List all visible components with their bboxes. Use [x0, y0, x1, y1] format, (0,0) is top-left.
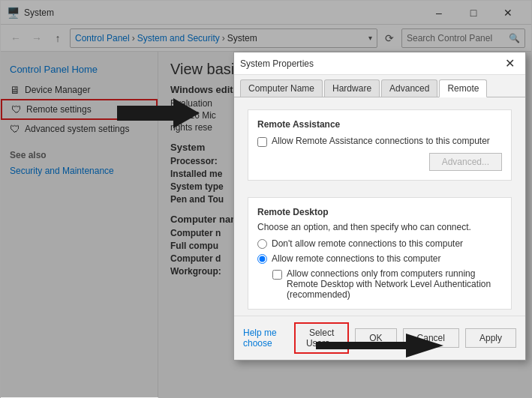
advanced-btn-container: Advanced...	[257, 153, 502, 171]
cancel-button[interactable]: Cancel	[403, 328, 459, 348]
remote-assistance-checkbox-label: Allow Remote Assistance connections to t…	[272, 136, 490, 146]
remote-desktop-area: Remote Desktop Choose an option, and the…	[234, 187, 525, 310]
nla-checkbox-row: Allow connections only from computers ru…	[272, 268, 502, 300]
tab-remote[interactable]: Remote	[439, 79, 487, 97]
allow-connections-radio-row: Allow remote connections to this compute…	[257, 253, 502, 264]
tab-hardware[interactable]: Hardware	[324, 79, 380, 97]
remote-assistance-title: Remote Assistance	[257, 119, 502, 130]
allow-connections-radio[interactable]	[257, 254, 267, 264]
no-connections-radio-row: Don't allow remote connections to this c…	[257, 238, 502, 249]
remote-desktop-title: Remote Desktop	[257, 207, 502, 217]
select-users-button[interactable]: Select Users...	[294, 322, 349, 354]
remote-assistance-checkbox[interactable]	[257, 137, 267, 147]
nla-checkbox[interactable]	[272, 270, 282, 280]
main-window: 🖥️ System – □ ✕ ← → ↑ Control Panel › Sy…	[0, 0, 532, 398]
dialog-title-bar: System Properties ✕	[234, 52, 525, 75]
help-me-choose-link[interactable]: Help me choose	[243, 328, 294, 349]
apply-button[interactable]: Apply	[465, 328, 516, 348]
footer-right: Select Users... OK Cancel Apply	[294, 322, 516, 354]
remote-desktop-description: Choose an option, and then specify who c…	[257, 222, 502, 232]
remote-assistance-checkbox-row: Allow Remote Assistance connections to t…	[257, 136, 502, 147]
allow-connections-label: Allow remote connections to this compute…	[272, 253, 440, 264]
remote-assistance-content: Remote Assistance Allow Remote Assistanc…	[248, 109, 512, 181]
tab-advanced[interactable]: Advanced	[381, 79, 437, 97]
dialog-close-button[interactable]: ✕	[500, 54, 519, 73]
nla-checkbox-label: Allow connections only from computers ru…	[287, 268, 502, 300]
dialog-footer: Help me choose Select Users... OK Cancel…	[234, 316, 525, 360]
remote-desktop-content: Remote Desktop Choose an option, and the…	[248, 197, 512, 310]
system-properties-dialog: System Properties ✕ Computer Name Hardwa…	[233, 52, 526, 361]
remote-assistance-area: Remote Assistance Allow Remote Assistanc…	[234, 97, 525, 181]
remote-assistance-advanced-button[interactable]: Advanced...	[429, 153, 502, 171]
dialog-tabs: Computer Name Hardware Advanced Remote	[234, 75, 525, 97]
no-connections-radio[interactable]	[257, 239, 267, 249]
no-connections-label: Don't allow remote connections to this c…	[272, 238, 463, 249]
ok-button[interactable]: OK	[355, 328, 396, 348]
dialog-title: System Properties	[240, 58, 500, 69]
tab-computer-name[interactable]: Computer Name	[240, 79, 323, 97]
